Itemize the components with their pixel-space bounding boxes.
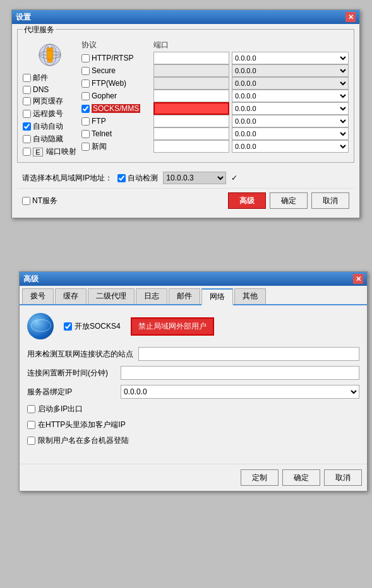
settings-dialog: 设置 ✕ 代理服务	[11, 9, 360, 218]
port-gopher[interactable]: 808	[153, 90, 229, 102]
check-webcache-input[interactable]	[23, 97, 31, 105]
timeout-label: 连接闲置断开时间(分钟)	[27, 368, 116, 379]
check-webcache[interactable]: 网页缓存	[23, 96, 76, 107]
advanced-button[interactable]: 高级	[228, 192, 266, 209]
check-ftp[interactable]: FTP	[81, 117, 151, 126]
check-ftpweb-input[interactable]	[81, 79, 90, 88]
port-ftp[interactable]: 2121	[153, 115, 229, 127]
network-top: 开放SOCKS4 禁止局域网外部用户	[27, 313, 359, 339]
ip-secure[interactable]: 0.0.0.0	[232, 64, 349, 77]
port-socks[interactable]: 18181	[153, 102, 229, 115]
check-http-input[interactable]	[81, 54, 90, 62]
proxy-row-telnet: Telnet 23 0.0.0.0	[81, 127, 349, 140]
settings-bottom-bar: NT服务 高级 确定 取消	[17, 188, 354, 213]
multi-ip-checkbox[interactable]	[27, 405, 35, 413]
timeout-input[interactable]: 5.0	[121, 366, 359, 380]
nt-service-check[interactable]: NT服务	[22, 196, 57, 206]
check-secure-input[interactable]	[81, 67, 90, 75]
cancel-button-advanced[interactable]: 取消	[324, 469, 362, 486]
port-news[interactable]: 119	[153, 140, 229, 153]
limit-user-checkbox[interactable]	[27, 437, 35, 445]
cancel-button-settings[interactable]: 取消	[311, 192, 349, 209]
check-auto-hide-input[interactable]	[23, 135, 31, 143]
proxy-row-ftp: FTP 2121 0.0.0.0	[81, 115, 349, 127]
tab-log[interactable]: 日志	[136, 288, 167, 304]
check-gopher-input[interactable]	[81, 92, 90, 100]
socks4-check[interactable]: 开放SOCKS4	[64, 321, 121, 332]
proxy-row-http: HTTP/RTSP 808 0.0.0.0	[81, 52, 349, 64]
check-secure[interactable]: Secure	[81, 66, 151, 75]
check-remote-dial-input[interactable]	[23, 110, 31, 118]
check-http[interactable]: HTTP/RTSP	[81, 54, 151, 62]
proxy-row-news: 新闻 119 0.0.0.0	[81, 140, 349, 153]
check-dns[interactable]: DNS	[23, 85, 76, 94]
proxy-section-title: 代理服务	[23, 25, 56, 35]
advanced-title: 高级	[23, 274, 39, 285]
bind-ip-select[interactable]: 0.0.0.0	[121, 385, 359, 399]
detect-site-input[interactable]: www.yahoo.com;www.icq.com;ww	[138, 347, 359, 361]
nt-service-checkbox[interactable]	[22, 197, 30, 205]
tab-cache[interactable]: 缓存	[55, 288, 87, 304]
ip-section: 请选择本机局域网IP地址： 自动检测 10.0.0.3 ✓	[17, 168, 354, 188]
multi-ip-row: 启动多IP出口	[27, 404, 359, 415]
check-port-map-input[interactable]	[23, 148, 31, 156]
ip-ftpweb[interactable]: 0.0.0.0	[232, 77, 349, 90]
proxy-row-secure: Secure 808 0.0.0.0	[81, 64, 349, 77]
check-mail-input[interactable]	[23, 74, 31, 82]
ok-button-settings[interactable]: 确定	[270, 192, 308, 209]
customize-button[interactable]: 定制	[241, 469, 279, 486]
check-ftp-input[interactable]	[81, 117, 90, 126]
tab-mail[interactable]: 邮件	[169, 288, 200, 304]
ip-telnet[interactable]: 0.0.0.0	[232, 127, 349, 140]
auto-detect-label[interactable]: 自动检测	[117, 173, 158, 184]
check-telnet-input[interactable]	[81, 130, 90, 138]
left-checks: 邮件 DNS 网页缓存 远程拨号	[23, 70, 76, 157]
check-dns-input[interactable]	[23, 86, 31, 94]
e-badge: E	[33, 148, 43, 156]
check-news[interactable]: 新闻	[81, 141, 151, 152]
advanced-tabs: 拨号 缓存 二级代理 日志 邮件 网络 其他	[20, 286, 367, 305]
http-header-row: 在HTTP头里添加客户端IP	[27, 420, 359, 430]
ok-button-advanced[interactable]: 确定	[282, 469, 320, 486]
check-auto-hide[interactable]: 自动隐藏	[23, 134, 76, 144]
proxy-table-header: 协议 端口	[81, 40, 349, 50]
auto-detect-checkbox[interactable]	[117, 174, 126, 182]
advanced-close-button[interactable]: ✕	[353, 274, 363, 284]
ip-dropdown[interactable]: 10.0.0.3	[163, 172, 226, 184]
globe-icon	[27, 313, 54, 339]
check-port-map[interactable]: E 端口映射	[23, 146, 76, 157]
port-http[interactable]: 808	[153, 52, 229, 64]
tab-network[interactable]: 网络	[201, 288, 233, 305]
check-socks-input[interactable]	[81, 105, 90, 113]
tab-secondary-proxy[interactable]: 二级代理	[88, 288, 135, 304]
port-secure[interactable]: 808	[153, 64, 229, 77]
ip-http[interactable]: 0.0.0.0	[232, 52, 349, 64]
bind-ip-label: 服务器绑定IP	[27, 387, 116, 397]
ip-socks[interactable]: 0.0.0.0	[232, 102, 349, 115]
proxy-icon	[37, 42, 63, 68]
port-ftpweb[interactable]: 808	[153, 77, 229, 90]
check-news-input[interactable]	[81, 143, 90, 151]
check-gopher[interactable]: Gopher	[81, 91, 151, 100]
check-ftpweb[interactable]: FTP(Web)	[81, 79, 151, 88]
tab-dial[interactable]: 拨号	[22, 288, 54, 304]
port-telnet[interactable]: 23	[153, 127, 229, 140]
tab-other[interactable]: 其他	[234, 288, 266, 304]
ban-button[interactable]: 禁止局域网外部用户	[131, 317, 214, 336]
settings-close-button[interactable]: ✕	[345, 12, 356, 22]
ip-section-label: 请选择本机局域网IP地址：	[22, 173, 112, 184]
check-mail[interactable]: 邮件	[23, 73, 76, 83]
check-remote-dial[interactable]: 远程拨号	[23, 109, 76, 119]
ip-news[interactable]: 0.0.0.0	[232, 140, 349, 153]
ip-gopher[interactable]: 0.0.0.0	[232, 90, 349, 102]
proxy-row-gopher: Gopher 808 0.0.0.0	[81, 90, 349, 102]
socks4-checkbox[interactable]	[64, 322, 72, 331]
check-socks[interactable]: SOCKS/MMS	[81, 104, 151, 113]
check-auto-auto-input[interactable]	[23, 122, 31, 131]
http-header-checkbox[interactable]	[27, 421, 35, 429]
proxy-section: 代理服务	[17, 29, 354, 163]
advanced-title-bar: 高级 ✕	[20, 272, 367, 286]
check-auto-auto[interactable]: 自动自动	[23, 121, 76, 132]
ip-ftp[interactable]: 0.0.0.0	[232, 115, 349, 127]
check-telnet[interactable]: Telnet	[81, 129, 151, 138]
